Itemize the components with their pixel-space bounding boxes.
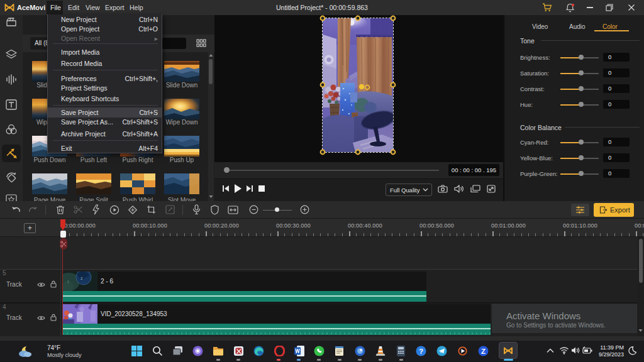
svg-text:?: ?: [419, 348, 423, 355]
svg-text:1: 1: [67, 280, 69, 283]
svg-text:Z: Z: [481, 348, 486, 355]
